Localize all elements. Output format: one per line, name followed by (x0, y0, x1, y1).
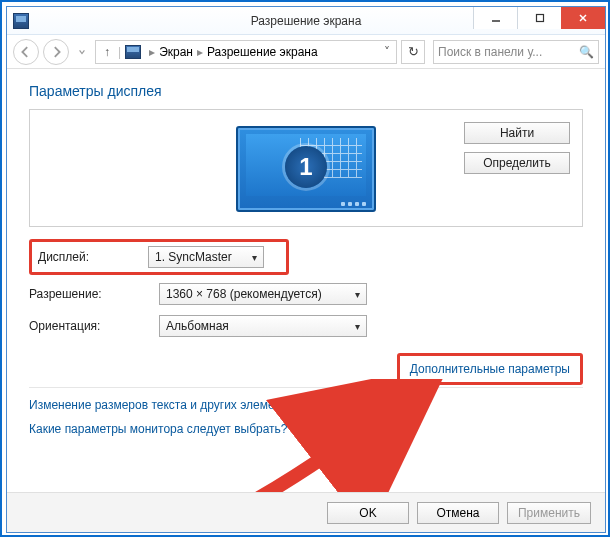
resolution-label: Разрешение: (29, 287, 159, 301)
cancel-button[interactable]: Отмена (417, 502, 499, 524)
chevron-down-icon[interactable]: ˅ (378, 45, 396, 59)
minimize-button[interactable] (473, 7, 517, 29)
apply-button: Применить (507, 502, 591, 524)
display-preview: 1 Найти Определить (29, 109, 583, 227)
monitor-icon (125, 45, 141, 59)
maximize-button[interactable] (517, 7, 561, 29)
search-input[interactable]: Поиск в панели у... 🔍 (433, 40, 599, 64)
chevron-right-icon: ▸ (149, 45, 155, 59)
display-select[interactable]: 1. SyncMaster ▾ (148, 246, 264, 268)
detect-button[interactable]: Определить (464, 152, 570, 174)
forward-button[interactable] (43, 39, 69, 65)
svg-rect-1 (536, 15, 543, 22)
display-label: Дисплей: (38, 250, 148, 264)
separator (29, 387, 583, 388)
recent-dropdown[interactable] (73, 43, 91, 61)
which-monitor-link[interactable]: Какие параметры монитора следует выбрать… (29, 422, 288, 436)
orientation-select[interactable]: Альбомная ▾ (159, 315, 367, 337)
crumb-resolution[interactable]: Разрешение экрана (207, 45, 318, 59)
navbar: ↑ | ▸ Экран ▸ Разрешение экрана ˅ ↻ Поис… (7, 35, 605, 69)
orientation-label: Ориентация: (29, 319, 159, 333)
page-heading: Параметры дисплея (29, 83, 583, 99)
monitor-number: 1 (285, 146, 327, 188)
chevron-down-icon: ▾ (355, 289, 360, 300)
app-icon (13, 13, 29, 29)
chevron-right-icon: ▸ (197, 45, 203, 59)
text-size-link[interactable]: Изменение размеров текста и других элеме… (29, 398, 300, 412)
close-button[interactable] (561, 7, 605, 29)
find-button[interactable]: Найти (464, 122, 570, 144)
refresh-button[interactable]: ↻ (401, 40, 425, 64)
search-icon: 🔍 (579, 45, 594, 59)
up-icon[interactable]: ↑ (96, 45, 118, 59)
advanced-link-highlight: Дополнительные параметры (397, 353, 583, 385)
display-row-highlight: Дисплей: 1. SyncMaster ▾ (29, 239, 289, 275)
breadcrumb[interactable]: ↑ | ▸ Экран ▸ Разрешение экрана ˅ (95, 40, 397, 64)
ok-button[interactable]: OK (327, 502, 409, 524)
content: Параметры дисплея 1 Найти Определить Дис… (7, 69, 605, 492)
chevron-down-icon: ▾ (355, 321, 360, 332)
crumb-screen[interactable]: Экран (159, 45, 193, 59)
monitor-thumbnail[interactable]: 1 (236, 126, 376, 212)
titlebar: Разрешение экрана (7, 7, 605, 35)
footer: OK Отмена Применить (7, 492, 605, 532)
advanced-settings-link[interactable]: Дополнительные параметры (410, 362, 570, 376)
chevron-down-icon: ▾ (252, 252, 257, 263)
resolution-select[interactable]: 1360 × 768 (рекомендуется) ▾ (159, 283, 367, 305)
search-placeholder: Поиск в панели у... (438, 45, 542, 59)
back-button[interactable] (13, 39, 39, 65)
window: Разрешение экрана ↑ | ▸ Экран (6, 6, 606, 533)
